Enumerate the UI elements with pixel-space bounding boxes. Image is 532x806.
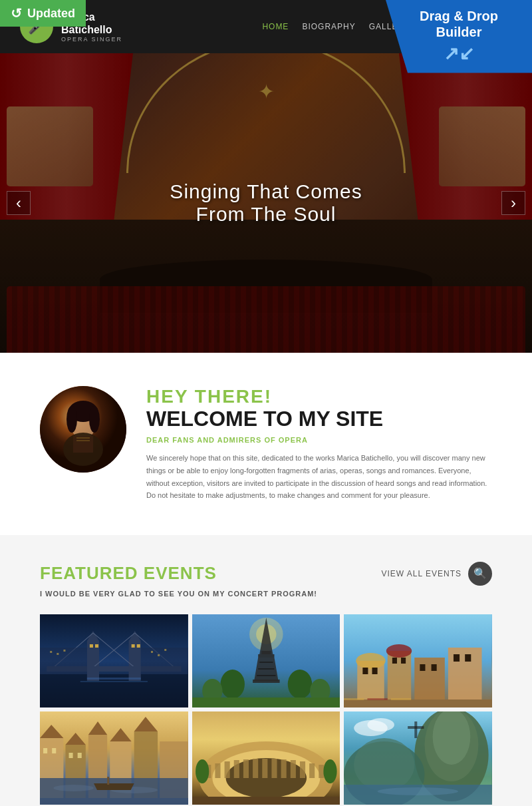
- event-card-canal[interactable]: [40, 711, 188, 805]
- welcome-body: We sincerely hope that on this site, ded…: [146, 452, 492, 502]
- colosseum-illustration: [192, 711, 340, 805]
- event-card-colosseum[interactable]: [192, 711, 340, 805]
- hero-arrow-left[interactable]: ‹: [7, 191, 31, 215]
- svg-rect-16: [95, 644, 98, 648]
- svg-rect-54: [448, 648, 482, 701]
- svg-rect-25: [141, 648, 188, 674]
- avatar-image: [40, 386, 126, 473]
- svg-rect-114: [415, 721, 418, 738]
- svg-point-45: [220, 670, 244, 699]
- svg-rect-97: [233, 760, 239, 778]
- artist-subtitle: OPERA SINGER: [61, 36, 122, 43]
- svg-rect-95: [215, 763, 220, 778]
- svg-rect-52: [388, 651, 411, 701]
- svg-rect-26: [50, 651, 52, 653]
- refresh-icon: ↺: [11, 5, 22, 21]
- dnd-line1: Drag & Drop: [420, 9, 498, 23]
- paris-illustration: [192, 614, 340, 707]
- hero-arrow-right[interactable]: ›: [501, 191, 525, 215]
- svg-rect-66: [344, 698, 364, 700]
- event-card-london[interactable]: [40, 614, 188, 707]
- hero-section: ✦ Singing That ComesFrom The Soul ‹ ›: [0, 53, 532, 353]
- svg-rect-27: [57, 653, 59, 655]
- svg-rect-32: [87, 678, 141, 680]
- svg-rect-84: [78, 753, 82, 758]
- svg-rect-31: [164, 649, 166, 651]
- svg-rect-60: [401, 658, 406, 664]
- svg-point-55: [356, 653, 386, 669]
- svg-rect-29: [151, 651, 153, 653]
- svg-rect-28: [63, 650, 65, 652]
- svg-rect-104: [300, 761, 305, 778]
- svg-rect-53: [415, 658, 446, 701]
- hero-text: Singing That ComesFrom The Soul: [170, 180, 362, 226]
- svg-point-117: [354, 738, 415, 791]
- welcome-content: HEY THERE! WELCOME TO MY SITE DEAR FANS …: [146, 386, 492, 502]
- search-button[interactable]: 🔍: [468, 562, 492, 586]
- event-card-paris[interactable]: [192, 614, 340, 707]
- nav-biography[interactable]: BIOGRAPHY: [302, 22, 355, 31]
- nav-home[interactable]: HOME: [262, 22, 289, 31]
- svg-rect-64: [466, 654, 471, 662]
- svg-rect-67: [368, 698, 388, 700]
- svg-rect-58: [372, 668, 378, 674]
- svg-rect-89: [107, 777, 109, 785]
- updated-label: Updated: [27, 7, 75, 21]
- svg-rect-39: [258, 654, 274, 658]
- svg-rect-49: [192, 698, 340, 707]
- events-subtitle: I WOULD BE VERY GLAD TO SEE YOU ON MY CO…: [40, 590, 492, 598]
- dnd-arrows-icon: ↗↙: [396, 43, 521, 65]
- svg-rect-61: [420, 664, 426, 671]
- svg-rect-33: [80, 681, 148, 682]
- svg-rect-68: [391, 698, 411, 700]
- svg-rect-99: [253, 759, 258, 778]
- svg-point-119: [378, 787, 458, 795]
- svg-rect-30: [158, 654, 160, 656]
- svg-point-107: [196, 759, 209, 783]
- svg-rect-62: [432, 664, 437, 671]
- featured-events-title: FEATURED EVENTS: [40, 563, 217, 584]
- svg-rect-102: [281, 759, 286, 778]
- london-illustration: [40, 614, 188, 707]
- svg-rect-17: [132, 644, 135, 648]
- welcome-section: HEY THERE! WELCOME TO MY SITE DEAR FANS …: [0, 353, 532, 535]
- svg-rect-38: [261, 651, 271, 654]
- svg-point-86: [53, 785, 94, 791]
- view-all-wrap: VIEW ALL EVENTS 🔍: [381, 562, 492, 586]
- updated-badge: ↺ Updated: [0, 0, 86, 27]
- events-header: FEATURED EVENTS VIEW ALL EVENTS 🔍: [40, 562, 492, 586]
- events-section: FEATURED EVENTS VIEW ALL EVENTS 🔍 I WOUL…: [0, 535, 532, 806]
- event-card-barcelona[interactable]: [344, 614, 492, 707]
- svg-point-4: [89, 406, 100, 433]
- svg-rect-115: [408, 726, 424, 729]
- svg-rect-6: [73, 436, 93, 453]
- svg-rect-103: [290, 760, 295, 778]
- svg-rect-105: [309, 763, 315, 778]
- svg-point-121: [368, 718, 394, 731]
- view-all-link[interactable]: VIEW ALL EVENTS: [381, 569, 462, 578]
- svg-point-108: [323, 759, 336, 783]
- svg-rect-82: [52, 748, 56, 753]
- welcome-title: WELCOME TO MY SITE: [146, 407, 492, 431]
- event-card-rio[interactable]: [344, 711, 492, 805]
- svg-point-56: [386, 644, 412, 658]
- canal-illustration: [40, 711, 188, 805]
- rio-illustration: [344, 711, 492, 805]
- avatar: [40, 386, 126, 473]
- dear-fans-label: DEAR FANS AND ADMIRERS OF OPERA: [146, 436, 492, 444]
- svg-rect-41: [253, 680, 279, 683]
- svg-rect-57: [363, 668, 368, 674]
- events-grid: [40, 614, 492, 805]
- svg-rect-101: [271, 759, 277, 778]
- svg-rect-98: [243, 759, 249, 778]
- hey-there-heading: HEY THERE!: [146, 386, 492, 407]
- svg-rect-59: [392, 658, 397, 664]
- svg-rect-109: [192, 797, 340, 805]
- svg-rect-18: [137, 644, 140, 648]
- svg-rect-83: [69, 753, 73, 758]
- svg-rect-106: [319, 765, 324, 778]
- hero-headline: Singing That ComesFrom The Soul: [170, 180, 362, 226]
- dnd-line2: Builder: [436, 25, 482, 39]
- svg-rect-65: [344, 700, 492, 707]
- svg-rect-96: [224, 761, 229, 778]
